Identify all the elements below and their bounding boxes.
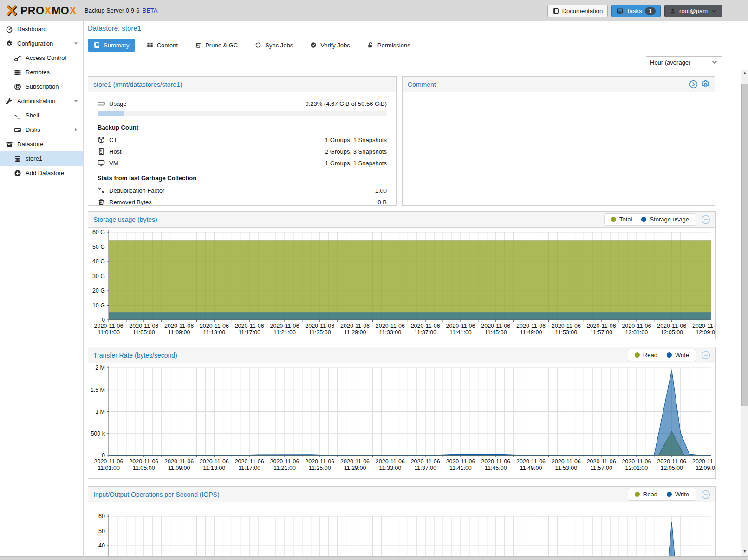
comment-body[interactable] [403, 92, 715, 205]
compress-icon [98, 187, 105, 194]
svg-text:11:21:00: 11:21:00 [273, 465, 296, 471]
legend-dot [635, 492, 640, 497]
sidebar-item-administration[interactable]: Administration [0, 94, 83, 108]
tab-label: Permissions [377, 42, 410, 49]
svg-text:2020-11-06: 2020-11-06 [587, 323, 616, 329]
svg-text:11:57:00: 11:57:00 [590, 329, 612, 336]
expand-panel-icon[interactable] [689, 80, 698, 89]
svg-text:11:37:00: 11:37:00 [414, 465, 436, 471]
svg-text:11:41:00: 11:41:00 [449, 465, 472, 471]
stat-row-deduplication-factor: Deduplication Factor1.00 [98, 187, 387, 194]
timeframe-select[interactable]: Hour (average) [646, 56, 722, 68]
tab-permissions[interactable]: Permissions [362, 39, 416, 52]
stat-label: Host [109, 148, 122, 155]
sidebar-item-add-datastore[interactable]: Add Datastore [0, 166, 83, 180]
sidebar-item-remotes[interactable]: Remotes [0, 65, 83, 79]
settings-gear-icon[interactable] [701, 80, 710, 89]
svg-text:11:05:00: 11:05:00 [133, 329, 155, 336]
sidebar-item-shell[interactable]: >_Shell [0, 108, 83, 123]
scroll-up-arrow[interactable]: ▲ [741, 70, 748, 76]
plus-circle-icon [14, 169, 21, 177]
svg-text:11:09:00: 11:09:00 [168, 329, 190, 336]
dashboard-icon [6, 26, 13, 33]
stat-value: 2 Groups, 3 Snapshots [325, 148, 387, 155]
sidebar-item-disks[interactable]: Disks [0, 123, 83, 137]
documentation-button[interactable]: Documentation [547, 5, 608, 17]
svg-text:11:49:00: 11:49:00 [520, 329, 542, 336]
tab-verify-jobs[interactable]: Verify Jobs [305, 39, 356, 52]
user-icon [670, 8, 676, 14]
sidebar-item-access-control[interactable]: Access Control [0, 51, 83, 65]
collapse-panel-icon[interactable] [701, 490, 710, 499]
svg-text:2020-11-06: 2020-11-06 [94, 458, 123, 465]
panel-title: Comment [408, 81, 436, 88]
legend-item-total[interactable]: Total [611, 216, 632, 223]
sidebar-item-configuration[interactable]: Configuration [0, 36, 83, 51]
svg-text:2020-11-06: 2020-11-06 [446, 323, 475, 329]
sidebar-item-store1[interactable]: store1 [0, 151, 83, 166]
sidebar-item-subscription[interactable]: Subscription [0, 79, 83, 94]
svg-text:11:53:00: 11:53:00 [555, 465, 577, 471]
legend-item-read[interactable]: Read [635, 491, 657, 498]
th-icon [147, 42, 153, 48]
svg-text:20 G: 20 G [92, 287, 105, 294]
sidebar-item-label: Disks [26, 126, 40, 133]
server-icon [14, 69, 21, 76]
svg-text:2020-11-06: 2020-11-06 [164, 323, 194, 329]
stat-value: 1 Groups, 1 Snapshots [325, 160, 387, 167]
scroll-down-arrow[interactable]: ▼ [741, 548, 748, 554]
horizontal-scrollbar[interactable] [0, 556, 748, 560]
sidebar-item-label: Configuration [17, 40, 53, 47]
svg-text:2020-11-06: 2020-11-06 [340, 458, 370, 465]
collapse-panel-icon[interactable] [701, 215, 710, 224]
svg-text:2020-11-06: 2020-11-06 [516, 323, 546, 329]
svg-text:50 G: 50 G [92, 244, 105, 250]
store1-summary-panel: store1 (/mnt/datastores/store1) Usage 9.… [88, 76, 397, 206]
svg-text:2020-11-06: 2020-11-06 [657, 458, 686, 465]
trash-icon [195, 42, 202, 48]
svg-text:12:05:00: 12:05:00 [660, 329, 683, 336]
scrollbar-thumb[interactable] [741, 84, 748, 406]
tab-content[interactable]: Content [141, 39, 184, 52]
svg-text:2020-11-06: 2020-11-06 [270, 323, 299, 329]
svg-text:12:01:00: 12:01:00 [625, 465, 648, 471]
legend-item-read[interactable]: Read [635, 352, 657, 358]
sidebar-item-datastore[interactable]: Datastore [0, 137, 83, 151]
cube-icon [98, 136, 105, 143]
database-icon [14, 155, 21, 163]
user-menu-button[interactable]: root@pam [664, 5, 722, 17]
svg-text:11:41:00: 11:41:00 [449, 329, 472, 336]
caret-down-icon[interactable] [73, 40, 79, 46]
chart-svg: 01020304050602020-11-0611:01:002020-11-0… [88, 502, 715, 560]
caret-right-icon[interactable] [73, 127, 79, 133]
chart-title: Storage usage (bytes) [93, 216, 157, 223]
svg-text:2020-11-06: 2020-11-06 [516, 458, 546, 465]
collapse-panel-icon[interactable] [701, 351, 710, 360]
tab-prune-gc[interactable]: Prune & GC [189, 39, 243, 52]
sidebar-item-dashboard[interactable]: Dashboard [0, 22, 83, 36]
sidebar-item-label: Subscription [26, 83, 59, 90]
svg-text:11:01:00: 11:01:00 [98, 329, 120, 336]
tasks-count-badge: 1 [645, 7, 656, 15]
vertical-scrollbar[interactable]: ▲ ▼ [741, 70, 748, 560]
svg-text:11:53:00: 11:53:00 [555, 329, 577, 336]
legend-label: Total [619, 216, 632, 223]
beta-link[interactable]: BETA [143, 7, 158, 14]
legend-dot [641, 217, 646, 222]
caret-down-icon[interactable] [73, 98, 79, 104]
svg-text:2020-11-06: 2020-11-06 [552, 458, 581, 465]
svg-text:12:01:00: 12:01:00 [625, 329, 648, 336]
svg-text:2020-11-06: 2020-11-06 [446, 458, 475, 465]
legend-item-write[interactable]: Write [667, 491, 689, 498]
legend-item-storage-usage[interactable]: Storage usage [641, 216, 689, 223]
svg-text:11:57:00: 11:57:00 [590, 465, 612, 471]
chart-title: Transfer Rate (bytes/second) [93, 352, 177, 359]
sidebar-item-label: store1 [26, 155, 42, 162]
tab-summary[interactable]: Summary [88, 39, 135, 52]
svg-text:2020-11-06: 2020-11-06 [622, 458, 651, 465]
svg-text:11:33:00: 11:33:00 [379, 329, 401, 336]
tasks-button[interactable]: Tasks 1 [611, 5, 661, 17]
legend-item-write[interactable]: Write [667, 352, 689, 358]
chevron-down-icon [711, 8, 717, 14]
tab-sync-jobs[interactable]: Sync Jobs [249, 39, 299, 52]
